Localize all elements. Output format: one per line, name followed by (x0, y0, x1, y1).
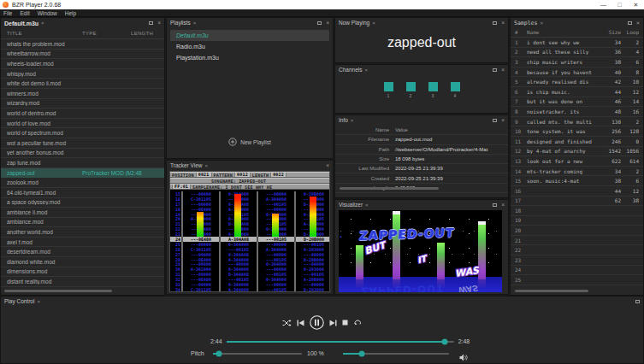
column-name[interactable]: Name (527, 29, 598, 35)
float-panel-icon[interactable] (493, 119, 497, 122)
info-value-column[interactable]: Value (395, 127, 508, 132)
close-button[interactable]: ✕ (628, 0, 644, 9)
sample-row[interactable]: 9 called mts. the multi 130 2 (511, 117, 643, 127)
column-size[interactable]: Size (598, 29, 621, 35)
column-num[interactable]: # (511, 29, 527, 35)
playlist-row[interactable]: desertdream.mod (1, 247, 164, 257)
float-panel-icon[interactable] (493, 21, 497, 25)
volume-button[interactable] (459, 349, 468, 364)
playlist-row[interactable]: whispy.mod (1, 69, 164, 79)
playlist-row[interactable]: wheels-loader.mod (1, 59, 164, 69)
playlist-row[interactable]: diamond white.mod (1, 257, 164, 267)
stop-button[interactable] (342, 320, 348, 326)
close-panel-icon[interactable]: × (157, 19, 161, 27)
sample-row[interactable]: 18 (511, 206, 643, 216)
maximize-button[interactable]: □ (612, 0, 628, 9)
sample-row[interactable]: 13 look out for a new 622 614 (511, 156, 643, 167)
channel-toggle[interactable]: 1 (384, 82, 393, 98)
playlist-horizontal-scrollbar[interactable] (4, 290, 112, 292)
samples-horizontal-scrollbar[interactable] (515, 290, 588, 292)
minimize-button[interactable]: — (595, 0, 612, 9)
playlist-row[interactable]: wot a peculiar tune.mod (1, 138, 164, 149)
sample-row[interactable]: 3 chip music writers 38 6 (511, 57, 643, 68)
channel-toggle[interactable]: 3 (428, 82, 438, 98)
playlist-row[interactable]: wizardry.mod (1, 99, 164, 109)
sample-row[interactable]: 11 designed and finished 246 0 (511, 137, 643, 147)
sample-row[interactable]: 12 by 4-mat of anarchy 1542 1056 (511, 147, 643, 157)
info-name-column[interactable]: Name (335, 127, 395, 132)
close-panel-icon[interactable]: × (326, 161, 329, 170)
playlist-row[interactable]: 64.old-tymeal1.mod (1, 188, 164, 198)
playlist-item[interactable]: Default.m3u (170, 30, 329, 41)
playlist-row[interactable]: axel f.mod (1, 238, 164, 248)
volume-handle[interactable] (359, 351, 365, 357)
float-panel-icon[interactable] (628, 21, 632, 25)
float-panel-icon[interactable] (317, 21, 322, 25)
menu-item[interactable]: Help (65, 10, 76, 16)
sample-row[interactable]: 4 because if you havent 40 8 (511, 68, 643, 78)
sample-row[interactable]: 17 62 38 (511, 197, 643, 207)
sample-row[interactable]: 7 but it was done on 46 14 (511, 97, 643, 108)
close-panel-icon[interactable]: × (501, 66, 505, 74)
float-panel-icon[interactable] (493, 68, 497, 72)
sample-row[interactable]: 10 tone system. it was 256 128 (511, 126, 643, 137)
column-length[interactable]: LENGTH (131, 31, 164, 36)
column-title[interactable]: TITLE (7, 31, 82, 36)
shuffle-button[interactable] (282, 320, 292, 326)
sample-row[interactable]: 16 44 12 (511, 186, 643, 197)
tab-close-icon[interactable]: × (205, 161, 209, 170)
playlist-row[interactable]: a space odyssey.mod (1, 198, 164, 208)
playlist-row[interactable]: zoolook.mod (1, 178, 164, 188)
tab-close-icon[interactable]: × (364, 66, 368, 74)
tab-close-icon[interactable]: × (41, 19, 44, 27)
playlist-row[interactable]: ambiance ii.mod (1, 208, 164, 218)
playlist-row[interactable]: winners.mod (1, 89, 164, 99)
seek-slider[interactable] (227, 341, 454, 343)
playlist-row[interactable]: whats the problem.mod (1, 39, 164, 50)
playlist-row[interactable]: another world.mod (1, 227, 164, 238)
menu-item[interactable]: File (3, 10, 12, 16)
next-button[interactable] (329, 320, 337, 326)
tab-close-icon[interactable]: × (365, 201, 369, 209)
playlist-row[interactable]: zapped-out ProTracker MOD (M.K.) 2:48 (1, 168, 164, 179)
pause-button[interactable] (310, 315, 324, 330)
playlist-row[interactable]: zap tune.mod (1, 158, 164, 168)
tab-close-icon[interactable]: × (351, 116, 354, 125)
playlist-row[interactable]: world of dentro.mod (1, 109, 164, 119)
playlist-row[interactable]: yet another bonus.mod (1, 149, 164, 159)
menu-item[interactable]: Edit (20, 10, 29, 16)
sample-row[interactable]: 24 (511, 266, 643, 276)
sample-row[interactable]: 19 (511, 216, 643, 226)
sample-row[interactable]: 5 already realised dis 42 10 (511, 77, 643, 87)
new-playlist-button[interactable]: New Playlist (167, 138, 333, 146)
pitch-handle[interactable] (216, 351, 222, 357)
sample-row[interactable]: 20 (511, 226, 643, 236)
menu-item[interactable]: Window (38, 10, 57, 16)
sample-row[interactable]: 25 (511, 275, 643, 285)
float-panel-icon[interactable] (493, 203, 497, 207)
tab-close-icon[interactable]: × (37, 297, 40, 306)
volume-slider[interactable] (343, 353, 449, 355)
column-type[interactable]: TYPE (82, 31, 131, 36)
playlist-row[interactable]: ambiance.mod (1, 218, 164, 228)
tab-close-icon[interactable]: × (540, 19, 543, 27)
seek-handle[interactable] (441, 338, 447, 344)
playlist-item[interactable]: Radio.m3u (170, 41, 329, 52)
sample-row[interactable]: 2 need all these silly 36 4 (511, 48, 643, 58)
playlist-row[interactable]: world of spectrum.mod (1, 128, 164, 138)
playlist-row[interactable]: world of love.mod (1, 119, 164, 129)
tab-close-icon[interactable]: × (193, 19, 197, 27)
channel-toggle[interactable]: 2 (406, 82, 416, 98)
close-panel-icon[interactable]: × (501, 19, 505, 27)
sample-row[interactable]: 1 i dont see why we 34 2 (511, 38, 643, 48)
sample-row[interactable]: 6 is chip music. 44 12 (511, 87, 643, 97)
close-panel-icon[interactable]: × (636, 19, 640, 27)
playlist-item[interactable]: Playstation.m3u (170, 52, 329, 63)
repeat-button[interactable] (353, 319, 362, 326)
playlist-tab[interactable]: Default.m3u (4, 21, 38, 26)
close-panel-icon[interactable]: × (501, 116, 505, 125)
sample-row[interactable]: 14 mts-tracker coming 34 2 (511, 167, 643, 177)
playlist-row[interactable]: distant reality.mod (1, 277, 164, 287)
float-panel-icon[interactable] (635, 300, 640, 303)
float-panel-icon[interactable] (149, 21, 153, 25)
